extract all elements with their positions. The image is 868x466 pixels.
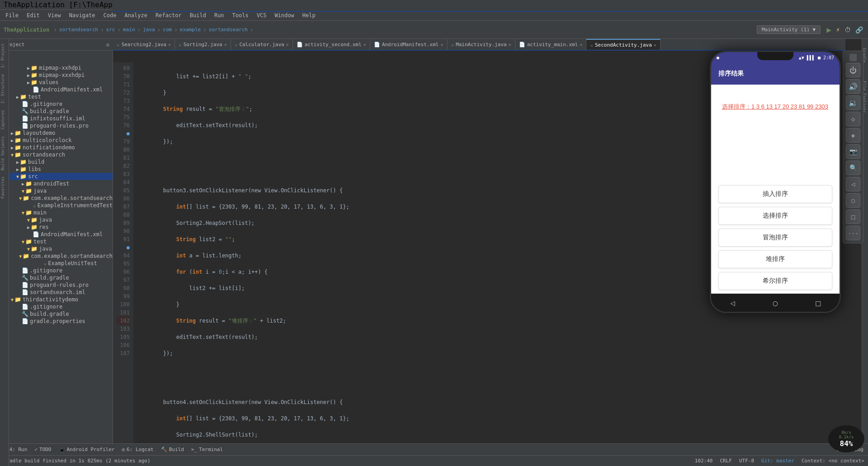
tree-item-java-android[interactable]: ▼ 📁 java xyxy=(0,187,113,195)
tree-item-test[interactable]: ▼ 📁 test xyxy=(0,238,113,245)
tree-item-proguard-app[interactable]: 📄 proguard-rules.pro xyxy=(0,122,113,129)
device-ctrl-screenshot[interactable]: 📷 xyxy=(846,144,860,159)
phone-btn-heap-sort[interactable]: 堆排序 xyxy=(718,250,832,268)
phone-home-btn[interactable]: ○ xyxy=(773,298,778,308)
tree-item-sortandsearch[interactable]: ▼ 📁 sortandsearch xyxy=(0,151,113,158)
breadcrumb-example[interactable]: example xyxy=(180,27,201,33)
tree-item-build[interactable]: ▶ 📁 build xyxy=(0,158,113,166)
breadcrumb-main[interactable]: main xyxy=(123,27,135,33)
menu-navigate[interactable]: Navigate xyxy=(66,11,99,19)
sidebar-gear[interactable]: ⚙ xyxy=(106,42,109,48)
breadcrumb-sortandsearch2[interactable]: sortandsearch xyxy=(209,27,248,33)
tree-item-example-unit-test[interactable]: ☕ ExampleUnitTest xyxy=(0,260,113,267)
tree-item-proguard-sas[interactable]: 📄 proguard-rules.pro xyxy=(0,281,113,289)
tree-item-values[interactable]: ▶ 📁 values xyxy=(0,79,113,86)
tree-item-multicolorclock[interactable]: ▶ 📁 multicolorclock xyxy=(0,137,113,144)
tree-item-iml-app[interactable]: 📄 infixtosuffix.iml xyxy=(0,115,113,122)
attach-button[interactable]: 🔗 xyxy=(854,26,864,33)
tree-item-mipmap-xxxhdpi[interactable]: ▶ 📁 mipmap-xxxhdpi xyxy=(0,71,113,79)
phone-btn-shell-sort[interactable]: 希尔排序 xyxy=(718,272,832,290)
tree-item-notificationdemo[interactable]: ▶ 📁 notificationdemo xyxy=(0,144,113,151)
tree-item-buildgradle-sas[interactable]: 🔧 build.gradle xyxy=(0,274,113,281)
breadcrumb-src[interactable]: src xyxy=(106,27,115,33)
menu-edit[interactable]: Edit xyxy=(23,11,43,19)
debug-button[interactable]: ⚡ xyxy=(835,26,841,34)
breadcrumb-sortandsearch[interactable]: sortandsearch xyxy=(59,27,98,33)
tab-mainactivity[interactable]: ☕ MainActivity.java ✕ xyxy=(448,39,515,50)
panel-project[interactable]: 1: Project xyxy=(0,41,9,71)
tab-activity-main[interactable]: 📄 activity_main.xml ✕ xyxy=(515,39,587,50)
tree-item-androidmanifest-inner[interactable]: 📄 AndroidManifest.xml xyxy=(0,86,113,93)
phone-back-btn[interactable]: ◁ xyxy=(730,298,735,308)
toolbar-build[interactable]: 🔨 Build xyxy=(158,446,187,453)
tree-item-test-app[interactable]: ▶ 📁 test xyxy=(0,93,113,100)
status-crlf[interactable]: CRLF xyxy=(720,458,732,464)
tree-item-main[interactable]: ▼ 📁 main xyxy=(0,209,113,216)
menu-file[interactable]: File xyxy=(2,11,22,19)
panel-build-variants[interactable]: Build Variants xyxy=(0,133,9,173)
device-ctrl-vol-up[interactable]: 🔊 xyxy=(846,79,860,94)
panel-captures[interactable]: Captures xyxy=(0,107,9,132)
device-ctrl-rotate-left[interactable]: ◇ xyxy=(846,112,860,126)
tree-item-buildgradle-app[interactable]: 🔧 build.gradle xyxy=(0,108,113,115)
toolbar-profiler[interactable]: 📱 Android Profiler xyxy=(56,446,118,453)
tree-item-gitignore-sas[interactable]: 📄 .gitignore xyxy=(0,267,113,274)
run-config-dropdown[interactable]: MainActivity (1) ▼ xyxy=(757,25,821,34)
menu-view[interactable]: View xyxy=(44,11,65,19)
menu-help[interactable]: Help xyxy=(299,11,319,19)
tree-item-src[interactable]: ▼ 📁 src xyxy=(0,173,113,180)
device-ctrl-more[interactable]: ··· xyxy=(846,226,860,240)
device-ctrl-rotate-right[interactable]: ◈ xyxy=(846,128,860,143)
phone-recents-btn[interactable]: □ xyxy=(816,298,821,308)
tree-item-java-test[interactable]: ▼ 📁 java xyxy=(0,245,113,252)
panel-structure[interactable]: 2: Structure xyxy=(0,71,9,106)
run-button[interactable]: ▶ xyxy=(825,25,833,34)
menu-tools[interactable]: Tools xyxy=(229,11,252,19)
tree-item-layoutdemo[interactable]: ▶ 📁 layoutdemo xyxy=(0,129,113,137)
menu-refactor[interactable]: Refactor xyxy=(152,11,185,19)
device-ctrl-close[interactable] xyxy=(849,54,857,61)
tree-item-java-main[interactable]: ▼ 📁 java xyxy=(0,216,113,223)
tab-secondactivity[interactable]: ☕ SecondActivity.java ✕ xyxy=(586,39,660,50)
tree-item-buildgradle-third[interactable]: 🔧 build.gradle xyxy=(0,310,113,318)
tree-item-res[interactable]: ▶ 📁 res xyxy=(0,223,113,231)
tab-searching2[interactable]: ☕ Searching2.java ✕ xyxy=(113,39,175,50)
phone-btn-insert-sort[interactable]: 插入排序 xyxy=(718,185,832,203)
menu-code[interactable]: Code xyxy=(100,11,120,19)
tree-item-example-instrumented-test[interactable]: ☕ ExampleInstrumentedTest xyxy=(0,202,113,209)
device-ctrl-vol-down[interactable]: 🔉 xyxy=(846,95,860,110)
tree-item-gitignore-third[interactable]: 📄 .gitignore xyxy=(0,303,113,310)
tree-item-androidmanifest-main[interactable]: 📄 AndroidManifest.xml xyxy=(0,231,113,238)
menu-run[interactable]: Run xyxy=(211,11,228,19)
phone-btn-bubble-sort[interactable]: 冒泡排序 xyxy=(718,228,832,247)
breadcrumb-java[interactable]: java xyxy=(143,27,155,33)
tree-item-libs[interactable]: ▶ 📁 libs xyxy=(0,166,113,173)
tree-item-iml-sas[interactable]: 📄 sortandsearch.iml xyxy=(0,289,113,296)
menu-window[interactable]: Window xyxy=(271,11,297,19)
tab-calculator[interactable]: ☕ Calculator.java ✕ xyxy=(231,39,293,50)
tab-sorting2[interactable]: ☕ Sorting2.java ✕ xyxy=(175,39,231,50)
tree-item-mipmap-xxhdpi[interactable]: ▶ 📁 mipmap-xxhdpi xyxy=(0,64,113,71)
menu-build[interactable]: Build xyxy=(186,11,210,19)
profile-button[interactable]: ⏱ xyxy=(843,26,852,33)
toolbar-terminal[interactable]: >_ Terminal xyxy=(189,446,226,453)
menu-analyze[interactable]: Analyze xyxy=(121,11,151,19)
tree-item-gitignore-app[interactable]: 📄 .gitignore xyxy=(0,100,113,108)
tree-item-com-example-test[interactable]: ▼ 📁 com.example.sortandsearch xyxy=(0,252,113,260)
tab-androidmanifest[interactable]: 📄 AndroidManifest.xml ✕ xyxy=(370,39,448,50)
device-ctrl-recents[interactable]: □ xyxy=(846,209,860,224)
phone-btn-select-sort[interactable]: 选择排序 xyxy=(718,207,832,225)
tree-item-androidtest[interactable]: ▶ 📁 androidTest xyxy=(0,180,113,187)
toolbar-todo[interactable]: ✓ TODO xyxy=(32,446,54,453)
panel-favorites[interactable]: Favorites xyxy=(0,174,9,201)
device-ctrl-power[interactable]: ⏻ xyxy=(846,63,860,77)
device-ctrl-zoom[interactable]: 🔍 xyxy=(846,161,860,175)
tab-activity-second[interactable]: 📄 activity_second.xml ✕ xyxy=(293,39,370,50)
status-vcs[interactable]: Git: master xyxy=(761,458,794,464)
menu-vcs[interactable]: VCS xyxy=(253,11,270,19)
tree-item-gradle-properties[interactable]: 📄 gradle.properties xyxy=(0,318,113,325)
device-ctrl-home[interactable]: ○ xyxy=(846,193,860,208)
tree-item-com-example[interactable]: ▼ 📁 com.example.sortandsearch xyxy=(0,195,113,202)
device-ctrl-back[interactable]: ◁ xyxy=(846,177,860,191)
breadcrumb-com[interactable]: com xyxy=(163,27,172,33)
